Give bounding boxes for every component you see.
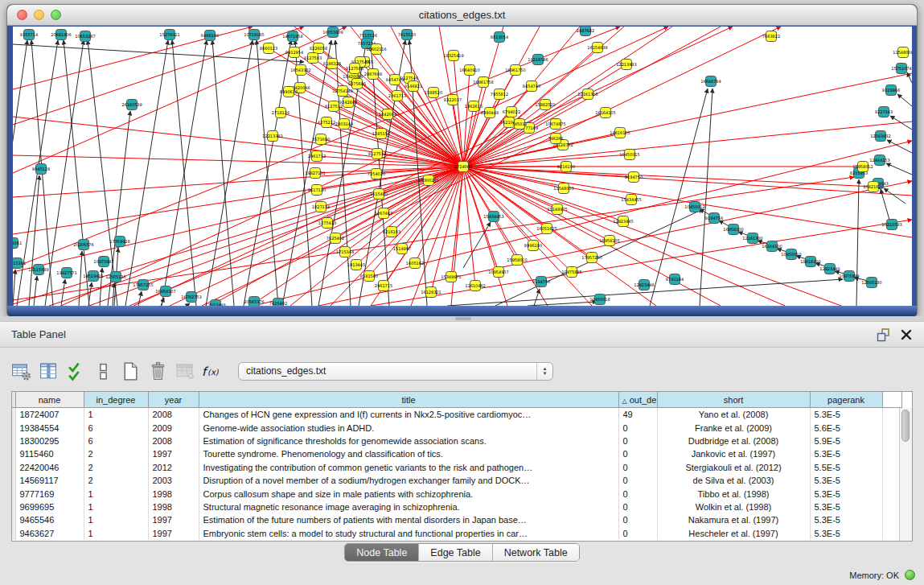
graph-node[interactable]: 12923446 <box>634 280 654 290</box>
cell-title[interactable]: Structural magnetic resonance image aver… <box>199 501 618 513</box>
column-header-out_de[interactable]: △out_de… <box>618 392 657 408</box>
cell-pagerank[interactable]: 5.3E-5 <box>810 447 882 460</box>
graph-node[interactable]: 16128321 <box>421 287 441 298</box>
graph-node[interactable]: 12505130 <box>861 278 881 288</box>
cell-title[interactable]: Estimation of the future numbers of pati… <box>199 513 618 526</box>
cell-out_de[interactable]: 0 <box>618 474 657 487</box>
graph-node[interactable]: 2718126 <box>272 108 290 118</box>
divider-grip-icon[interactable] <box>455 317 471 320</box>
graph-node[interactable]: 15434455 <box>621 195 641 205</box>
graph-node[interactable]: 16640910 <box>459 65 479 76</box>
graph-node[interactable]: 10975885 <box>561 267 581 278</box>
table-row[interactable]: 969969511998Structural magnetic resonanc… <box>12 501 901 513</box>
cell-name[interactable]: 18300295 <box>15 435 84 447</box>
cell-year[interactable]: 1997 <box>148 527 199 540</box>
graph-node[interactable]: 7663822 <box>762 31 780 42</box>
new-document-icon[interactable] <box>119 359 142 383</box>
graph-node[interactable]: 15434453 <box>483 212 503 222</box>
graph-node[interactable]: 9045128 <box>32 164 50 175</box>
graph-edge[interactable] <box>162 40 207 306</box>
cell-short[interactable]: Stergiakouli et al. (2012) <box>657 461 810 474</box>
cell-short[interactable]: Tibbo et al. (1998) <box>657 487 810 500</box>
close-panel-icon[interactable] <box>900 328 913 341</box>
cell-title[interactable]: Changes of HCN gene expression and I(f) … <box>199 408 618 422</box>
graph-edge[interactable] <box>897 94 912 106</box>
column-header-pagerank[interactable]: pagerank <box>810 392 882 408</box>
graph-node[interactable]: 9194750 <box>625 172 643 183</box>
cell-in_degree[interactable]: 1 <box>84 408 148 422</box>
graph-node[interactable]: 12923445 <box>613 216 633 227</box>
float-panel-icon[interactable] <box>877 328 890 342</box>
graph-node[interactable]: 15751074 <box>891 64 911 74</box>
cell-name[interactable]: 9777169 <box>15 487 84 500</box>
graph-edge[interactable] <box>463 138 556 167</box>
delete-icon[interactable] <box>146 359 169 383</box>
function-builder-icon[interactable]: f (x) <box>201 359 224 383</box>
graph-edge[interactable] <box>886 163 912 175</box>
graph-node[interactable]: 1827134 <box>312 202 330 212</box>
graph-node[interactable]: 16961750 <box>505 65 525 76</box>
cell-short[interactable]: Nakamura et al. (1997) <box>657 513 810 526</box>
graph-node[interactable]: 19218586 <box>528 55 548 65</box>
column-header-in_degree[interactable]: in_degree <box>84 392 148 408</box>
cell-pagerank[interactable]: 5.3E-5 <box>810 501 882 513</box>
tab-node-table[interactable]: Node Table <box>345 544 418 561</box>
graph-node[interactable]: 15958010 <box>507 255 527 266</box>
graph-node[interactable]: 10210593 <box>881 220 901 230</box>
cell-out_de[interactable]: 0 <box>618 447 657 460</box>
cell-name[interactable]: 22420046 <box>15 461 84 474</box>
graph-edge[interactable] <box>138 291 142 306</box>
column-header-short[interactable]: short <box>657 392 810 408</box>
cell-title[interactable]: Disruption of a novel member of a sodium… <box>199 474 618 487</box>
graph-node[interactable]: 9227343 <box>875 107 893 117</box>
graph-node[interactable]: 13427571 <box>56 268 76 278</box>
graph-edge[interactable] <box>212 40 234 306</box>
cell-name[interactable]: 9115460 <box>15 447 84 460</box>
table-selector-dropdown[interactable]: citations_edges.txt ▲▼ <box>238 362 553 381</box>
graph-node[interactable]: 16648784 <box>700 76 721 87</box>
cell-in_degree[interactable]: 2 <box>84 447 148 460</box>
graph-node[interactable]: 9127503 <box>304 53 322 64</box>
table-row[interactable]: 911546021997Tourette syndrome. Phenomeno… <box>12 447 901 460</box>
cell-short[interactable]: Dudbridge et al. (2008) <box>657 435 810 447</box>
cell-short[interactable]: Jankovic et al. (1997) <box>657 447 810 460</box>
cell-in_degree[interactable]: 1 <box>84 527 148 540</box>
cell-year[interactable]: 2008 <box>148 408 199 422</box>
cell-in_degree[interactable]: 1 <box>84 487 148 500</box>
graph-node[interactable]: 12505135 <box>105 272 125 282</box>
graph-edge[interactable] <box>45 40 84 306</box>
table-row[interactable]: 1938455462009Genome-wide association stu… <box>12 421 901 434</box>
graph-edge[interactable] <box>856 179 859 306</box>
graph-edge[interactable] <box>463 47 598 167</box>
network-canvas[interactable]: 9355714206914061065328715276021646610010… <box>13 27 912 306</box>
graph-node[interactable]: 12213983 <box>616 60 636 70</box>
table-scrollbar[interactable] <box>899 408 912 541</box>
cell-pagerank[interactable]: 5.3E-5 <box>810 527 882 540</box>
graph-node[interactable]: 2887682 <box>577 27 594 36</box>
cell-pagerank[interactable]: 5.3E-5 <box>810 513 882 526</box>
graph-edge[interactable] <box>534 289 540 306</box>
cell-title[interactable]: Tourette syndrome. Phenomenology and cla… <box>199 447 618 460</box>
cell-name[interactable]: 9699695 <box>15 501 84 513</box>
graph-node[interactable]: 9617130 <box>308 185 326 196</box>
cell-out_de[interactable]: 0 <box>618 487 657 500</box>
cell-title[interactable]: Genome-wide association studies in ADHD. <box>199 421 618 434</box>
tab-edge-table[interactable]: Edge Table <box>418 544 491 561</box>
graph-node[interactable]: 10975887 <box>93 257 113 267</box>
cell-out_de[interactable]: 0 <box>618 501 657 513</box>
graph-edge[interactable] <box>463 154 630 167</box>
graph-node[interactable]: 26160539 <box>121 100 142 110</box>
graph-node[interactable]: 12093832 <box>870 131 890 142</box>
graph-edge[interactable] <box>79 251 82 306</box>
show-columns-icon[interactable] <box>37 359 60 383</box>
cell-short[interactable]: Yano et al. (2008) <box>657 408 810 422</box>
graph-node[interactable]: 11548008 <box>893 47 912 58</box>
cell-year[interactable]: 1997 <box>148 447 199 460</box>
cell-name[interactable]: 19384554 <box>15 421 84 434</box>
graph-node[interactable]: 7625402 <box>269 299 287 307</box>
graph-node[interactable]: 9329966 <box>882 85 900 96</box>
cell-title[interactable]: Embryonic stem cells: a model to study s… <box>199 527 618 540</box>
cell-pagerank[interactable]: 5.3E-5 <box>810 474 882 487</box>
graph-node[interactable]: 1913445 <box>347 260 365 270</box>
graph-node[interactable]: 10719185 <box>244 30 264 40</box>
